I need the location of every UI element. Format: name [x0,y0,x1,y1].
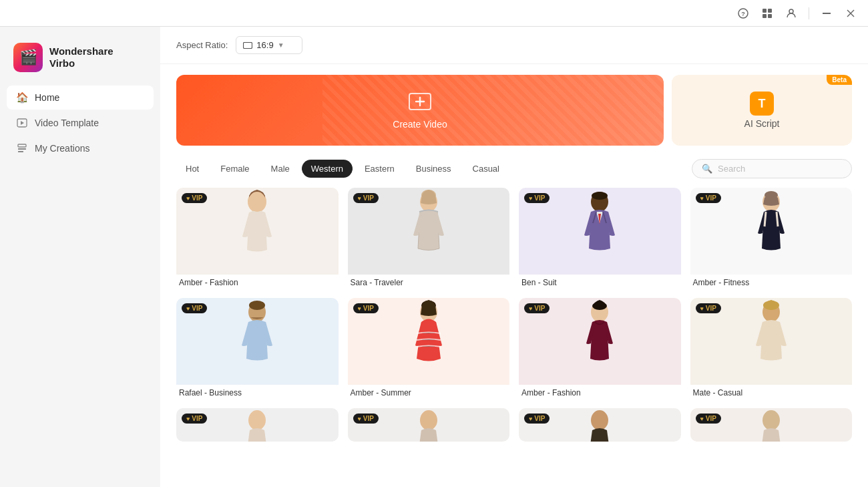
search-input[interactable] [718,164,842,174]
avatar-card-4[interactable]: VIP [690,188,853,289]
avatar-figure-5 [230,300,284,383]
beta-badge: Beta [827,75,852,85]
svg-point-6 [789,9,793,13]
avatar-label-5: Rafael - Business [176,385,339,399]
vip-badge-1: VIP [182,193,207,203]
vip-badge-11: VIP [524,414,550,424]
titlebar-icons: ? [734,4,860,23]
svg-point-40 [763,410,780,430]
ai-script-banner[interactable]: Beta T AI Script [672,75,852,146]
avatar-card-5[interactable]: VIP Rafael - Busin [176,298,339,399]
vip-badge-7: VIP [524,303,550,313]
avatar-figure-8 [744,300,798,383]
my-creations-icon [16,142,28,154]
avatar-card-8[interactable]: VIP Mate - Casual [690,298,853,399]
vip-badge-3: VIP [524,193,550,203]
avatar-figure-12 [744,408,798,442]
tab-casual[interactable]: Casual [463,160,509,178]
user-icon[interactable] [782,4,801,23]
sidebar-item-home[interactable]: 🏠 Home [7,86,154,110]
sidebar-item-video-template[interactable]: Video Template [7,111,154,135]
sidebar-nav: 🏠 Home Video Template [0,86,160,160]
avatar-figure-9 [230,408,284,442]
tab-hot[interactable]: Hot [176,160,208,178]
avatar-label-1: Amber - Fashion [176,275,339,289]
app-logo: 🎬 Wondershare Virbo [0,37,160,86]
vip-badge-2: VIP [353,193,379,203]
avatar-figure-4 [744,190,798,273]
avatar-card-1[interactable]: VIP Amber - Fashio [176,188,339,289]
avatar-label-8: Mate - Casual [690,385,853,399]
svg-text:?: ? [741,11,745,17]
close-button[interactable] [841,4,860,23]
help-icon[interactable]: ? [734,4,752,23]
svg-point-39 [591,410,608,430]
avatar-grid: VIP Amber - Fashio [176,188,852,442]
home-icon: 🏠 [16,92,28,104]
logo-text: Wondershare Virbo [49,45,114,69]
svg-point-22 [248,192,266,212]
avatar-figure-3 [573,190,626,273]
avatar-card-6[interactable]: VIP [348,298,510,399]
avatar-label-3: Ben - Suit [519,275,681,289]
vip-badge-5: VIP [182,303,207,313]
create-video-icon [409,92,431,116]
avatar-img-4: VIP [690,188,853,275]
tabs-row: Hot Female Male Western Eastern Business… [176,159,852,178]
vip-badge-8: VIP [696,303,721,313]
avatar-card-3[interactable]: VIP [519,188,681,289]
avatar-label-7: Amber - Fashion [519,385,681,399]
tab-eastern[interactable]: Eastern [355,160,404,178]
avatar-card-2[interactable]: VIP Sara - Traveler [348,188,510,289]
logo-icon: 🎬 [13,43,43,72]
svg-point-26 [592,192,608,200]
tab-western[interactable]: Western [302,160,353,178]
ai-script-icon: T [750,92,774,116]
svg-rect-13 [18,148,26,150]
avatar-card-12[interactable]: VIP [690,408,853,442]
search-icon: 🔍 [702,164,712,174]
chevron-down-icon: ▼ [278,41,284,49]
minimize-button[interactable] [817,4,836,23]
avatar-img-8: VIP [690,298,853,385]
avatar-figure-1 [230,190,284,273]
tab-female[interactable]: Female [211,160,258,178]
svg-rect-7 [823,13,831,14]
tab-male[interactable]: Male [262,160,299,178]
svg-rect-16 [409,94,431,110]
create-video-banner[interactable]: Create Video [176,75,664,146]
avatar-label-4: Amber - Fitness [690,275,853,289]
avatar-label-2: Sara - Traveler [348,275,510,289]
avatar-label-6: Amber - Summer [348,385,510,399]
svg-rect-5 [768,14,772,18]
avatar-img-2: VIP [348,188,510,275]
avatar-card-9[interactable]: VIP [176,408,339,442]
svg-point-37 [248,410,266,430]
avatar-card-11[interactable]: VIP [519,408,681,442]
avatar-img-9: VIP [176,408,339,442]
avatar-card-10[interactable]: VIP [348,408,510,442]
grid-icon[interactable] [758,4,777,23]
svg-rect-2 [763,9,767,13]
search-box[interactable]: 🔍 [692,159,852,178]
svg-point-38 [420,410,437,430]
avatar-img-3: VIP [519,188,681,275]
avatar-figure-11 [573,408,626,442]
svg-rect-4 [763,14,767,18]
category-tabs: Hot Female Male Western Eastern Business… [176,160,509,178]
vip-badge-9: VIP [182,414,207,424]
avatar-img-6: VIP [348,298,510,385]
main-content: Create Video Beta T AI Script Hot Female… [160,64,868,487]
sidebar-item-my-creations[interactable]: My Creations [7,136,154,160]
avatar-img-7: VIP [519,298,681,385]
video-template-icon [16,117,28,129]
main-toolbar: Aspect Ratio: 16:9 ▼ [160,27,868,64]
avatar-img-1: VIP [176,188,339,275]
vip-badge-12: VIP [696,414,721,424]
avatar-card-7[interactable]: VIP [519,298,681,399]
main-panel: Aspect Ratio: 16:9 ▼ [160,27,868,487]
avatar-img-10: VIP [348,408,510,442]
avatar-figure-7 [573,300,626,383]
aspect-ratio-select[interactable]: 16:9 ▼ [236,36,302,54]
tab-business[interactable]: Business [407,160,461,178]
